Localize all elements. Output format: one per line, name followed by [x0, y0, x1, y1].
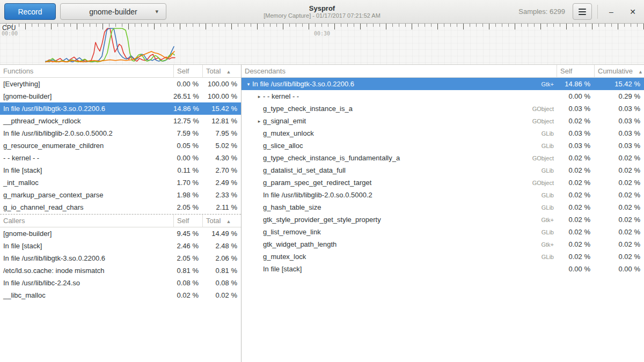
- table-row[interactable]: In file /usr/lib/libgtk-3.so.0.2200.62.0…: [0, 252, 241, 264]
- self-percent: 2.46 %: [173, 242, 202, 250]
- table-row[interactable]: g_resource_enumerate_children0.05 %5.02 …: [0, 139, 241, 152]
- self-percent: 0.05 %: [173, 142, 202, 150]
- cpu-series-cpu2: [46, 28, 174, 62]
- tree-row-name-cell: g_datalist_id_set_data_fullGLib: [241, 166, 557, 174]
- function-name: g_signal_emit: [263, 117, 306, 125]
- functions-table-body: [Everything]0.00 %100.00 %[gnome-builder…: [0, 78, 241, 213]
- total-percent: 2.48 %: [202, 242, 241, 250]
- hamburger-menu-button[interactable]: [573, 3, 592, 20]
- tree-row-name-cell: g_param_spec_get_redirect_targetGObject: [241, 179, 557, 187]
- cpu-graph[interactable]: CPU 00:00 00:30: [0, 24, 644, 65]
- function-name: g_mutex_lock: [263, 253, 306, 261]
- tree-row-name-cell: g_type_check_instance_is_fundamentally_a…: [241, 154, 557, 162]
- tree-row[interactable]: g_hash_table_sizeGLib0.02 %0.02 %: [241, 201, 644, 213]
- callers-self-column-header[interactable]: Self: [173, 215, 202, 227]
- functions-total-column-header[interactable]: Total▲: [202, 65, 241, 78]
- cumulative-percent: 0.00 %: [594, 265, 644, 273]
- descendants-pane: Descendants Self Cumulative▲ ▾In file /u…: [241, 65, 644, 362]
- table-row[interactable]: In file [stack]2.46 %2.48 %: [0, 240, 241, 252]
- tree-row[interactable]: ▸g_signal_emitGObject0.02 %0.03 %: [241, 115, 644, 127]
- tree-row[interactable]: ▸- - kernel - -0.00 %0.29 %: [241, 90, 644, 102]
- tree-row[interactable]: g_datalist_id_set_data_fullGLib0.02 %0.0…: [241, 164, 644, 176]
- cumulative-percent: 0.02 %: [594, 166, 644, 174]
- total-percent: 2.06 %: [202, 254, 241, 262]
- descendants-cumulative-column-header[interactable]: Cumulative▲: [594, 65, 644, 78]
- tree-row[interactable]: ▾In file /usr/lib/libgtk-3.so.0.2200.6Gt…: [241, 78, 644, 90]
- tree-row[interactable]: g_slice_allocGLib0.03 %0.03 %: [241, 139, 644, 152]
- table-row[interactable]: __libc_malloc0.02 %0.02 %: [0, 289, 241, 301]
- tree-row-name-cell: g_list_remove_linkGLib: [241, 228, 557, 236]
- tree-row[interactable]: g_type_check_instance_is_aGObject0.03 %0…: [241, 102, 644, 115]
- library-badge: GLib: [541, 254, 557, 260]
- tree-row[interactable]: g_type_check_instance_is_fundamentally_a…: [241, 152, 644, 164]
- table-row[interactable]: g_io_channel_read_chars2.05 %2.11 %: [0, 201, 241, 213]
- function-name: [gnome-builder]: [0, 230, 173, 238]
- total-percent: 5.02 %: [202, 142, 241, 150]
- table-row[interactable]: __pthread_rwlock_rdlock12.75 %12.81 %: [0, 115, 241, 127]
- total-header-label: Total: [206, 217, 221, 225]
- self-percent: 0.02 %: [557, 191, 594, 199]
- functions-self-column-header[interactable]: Self: [173, 65, 202, 78]
- table-row[interactable]: In file /usr/lib/libc-2.24.so0.08 %0.08 …: [0, 277, 241, 289]
- function-name: g_type_check_instance_is_fundamentally_a: [263, 154, 400, 162]
- table-row[interactable]: [Everything]0.00 %100.00 %: [0, 78, 241, 90]
- table-row[interactable]: g_markup_parse_context_parse1.98 %2.33 %: [0, 189, 241, 201]
- self-percent: 12.75 %: [173, 117, 202, 125]
- expander-right-icon[interactable]: ▸: [255, 94, 263, 99]
- tree-row[interactable]: g_mutex_lockGLib0.02 %0.02 %: [241, 250, 644, 263]
- functions-column-header[interactable]: Functions: [0, 65, 173, 78]
- cumulative-percent: 0.02 %: [594, 240, 644, 248]
- self-percent: 0.02 %: [557, 228, 594, 236]
- library-badge: GLib: [541, 167, 557, 174]
- sysprof-window: Record gnome-builder ▾ Sysprof [Memory C…: [0, 0, 644, 362]
- cumulative-percent: 0.02 %: [594, 216, 644, 224]
- close-button[interactable]: ✕: [625, 4, 641, 20]
- descendants-column-header[interactable]: Descendants: [241, 65, 557, 78]
- tree-row[interactable]: In file [stack]0.00 %0.00 %: [241, 263, 644, 275]
- expander-right-icon[interactable]: ▸: [255, 119, 263, 124]
- tree-row-name-cell: In file /usr/lib/libglib-2.0.so.0.5000.2…: [241, 191, 557, 199]
- total-percent: 4.30 %: [202, 154, 241, 162]
- tree-row-name-cell: ▾In file /usr/lib/libgtk-3.so.0.2200.6Gt…: [241, 80, 557, 88]
- table-row[interactable]: - - kernel - -0.00 %4.30 %: [0, 152, 241, 164]
- tree-row[interactable]: g_param_spec_get_redirect_targetGObject0…: [241, 176, 644, 189]
- function-name: In file /usr/lib/libgtk-3.so.0.2200.6: [252, 80, 354, 88]
- self-percent: 2.05 %: [173, 254, 202, 262]
- total-percent: 2.49 %: [202, 179, 241, 187]
- expander-down-icon[interactable]: ▾: [245, 82, 252, 87]
- callers-total-column-header[interactable]: Total▲: [202, 215, 241, 227]
- cumulative-percent: 0.02 %: [594, 228, 644, 236]
- table-row[interactable]: In file /usr/lib/libgtk-3.so.0.2200.614.…: [0, 102, 241, 115]
- cumulative-percent: 0.03 %: [594, 129, 644, 137]
- table-row[interactable]: _int_malloc1.70 %2.49 %: [0, 176, 241, 189]
- cpu-lines-chart: [0, 24, 644, 65]
- cumulative-percent: 0.29 %: [594, 92, 644, 100]
- function-name: In file /usr/lib/libgtk-3.so.0.2200.6: [0, 105, 173, 113]
- cumulative-percent: 0.03 %: [594, 117, 644, 125]
- tree-row[interactable]: g_list_remove_linkGLib0.02 %0.02 %: [241, 226, 644, 238]
- tree-row-name-cell: ▸g_signal_emitGObject: [241, 117, 557, 125]
- table-row[interactable]: [gnome-builder]26.51 %100.00 %: [0, 90, 241, 102]
- function-name: g_markup_parse_context_parse: [0, 191, 173, 199]
- function-name: gtk_widget_path_length: [263, 240, 336, 248]
- table-row[interactable]: [gnome-builder]9.45 %14.49 %: [0, 227, 241, 240]
- tree-row[interactable]: gtk_style_provider_get_style_propertyGtk…: [241, 213, 644, 226]
- table-row[interactable]: In file /usr/lib/libglib-2.0.so.0.5000.2…: [0, 127, 241, 139]
- tree-row[interactable]: g_mutex_unlockGLib0.03 %0.03 %: [241, 127, 644, 139]
- minimize-button[interactable]: –: [603, 4, 619, 20]
- tree-row[interactable]: In file /usr/lib/libglib-2.0.so.0.5000.2…: [241, 189, 644, 201]
- callers-column-header[interactable]: Callers: [0, 215, 173, 227]
- self-percent: 0.00 %: [173, 154, 202, 162]
- functions-table-header: Functions Self Total▲: [0, 65, 241, 78]
- tree-row[interactable]: gtk_widget_path_lengthGtk+0.02 %0.02 %: [241, 238, 644, 250]
- descendants-self-column-header[interactable]: Self: [557, 65, 594, 78]
- cumulative-percent: 15.42 %: [594, 80, 644, 88]
- table-row[interactable]: /etc/ld.so.cache: inode mismatch0.81 %0.…: [0, 264, 241, 277]
- function-name: - - kernel - -: [0, 154, 173, 162]
- self-percent: 0.00 %: [173, 80, 202, 88]
- table-row[interactable]: In file [stack]0.11 %2.70 %: [0, 164, 241, 176]
- target-process-dropdown[interactable]: gnome-builder ▾: [60, 3, 166, 20]
- record-button[interactable]: Record: [4, 3, 56, 20]
- descendants-table-body: ▾In file /usr/lib/libgtk-3.so.0.2200.6Gt…: [241, 78, 644, 275]
- function-name: - - kernel - -: [263, 92, 299, 100]
